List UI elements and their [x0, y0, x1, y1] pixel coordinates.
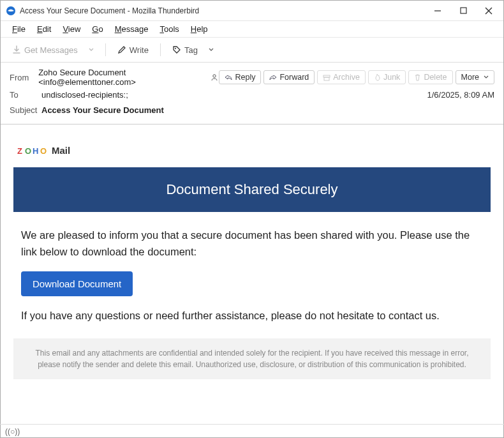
download-icon	[12, 45, 21, 54]
archive-icon	[323, 74, 330, 81]
junk-button[interactable]: Junk	[368, 70, 406, 84]
from-value[interactable]: Zoho Secure Document <info@elementtoner.…	[38, 68, 207, 87]
forward-icon	[269, 74, 277, 81]
subject-value: Access Your Secure Document	[41, 105, 164, 115]
menu-bar: File Edit View Go Message Tools Help	[1, 21, 503, 38]
menu-help[interactable]: Help	[186, 23, 213, 35]
email-paragraph-1: We are pleased to inform you that a secu…	[21, 227, 483, 260]
menu-message[interactable]: Message	[110, 23, 154, 35]
tag-dropdown[interactable]	[203, 45, 219, 55]
menu-go[interactable]: Go	[87, 23, 108, 35]
message-body: ZOHO Mail Document Shared Securely We ar…	[1, 125, 503, 395]
reply-button[interactable]: Reply	[219, 70, 261, 84]
menu-file[interactable]: File	[7, 23, 31, 35]
add-contact-icon[interactable]	[210, 73, 219, 82]
write-button[interactable]: Write	[112, 43, 154, 57]
status-bar: ((○))	[0, 424, 504, 438]
tag-icon	[172, 45, 181, 54]
trash-icon	[414, 73, 421, 81]
get-messages-button[interactable]: Get Messages	[7, 43, 83, 57]
zoho-logo: ZOHO Mail	[17, 145, 491, 156]
main-toolbar: Get Messages Write Tag	[1, 38, 503, 62]
email-banner: Document Shared Securely	[13, 167, 491, 212]
maximize-button[interactable]	[456, 4, 470, 18]
activity-indicator-icon: ((○))	[5, 427, 20, 436]
message-actions: Reply Forward Archive Junk Delete More	[219, 70, 494, 84]
get-messages-label: Get Messages	[24, 45, 78, 55]
email-disclaimer: This email and any attachments are confi…	[13, 338, 491, 379]
menu-tools[interactable]: Tools	[154, 23, 184, 35]
message-header: From Zoho Secure Document <info@elementt…	[1, 64, 503, 125]
tag-label: Tag	[184, 45, 198, 55]
delete-button[interactable]: Delete	[408, 70, 452, 84]
svg-point-6	[213, 75, 216, 77]
forward-button[interactable]: Forward	[263, 70, 315, 84]
pencil-icon	[117, 45, 126, 54]
archive-button[interactable]: Archive	[317, 70, 366, 84]
thunderbird-icon	[6, 6, 16, 16]
get-messages-dropdown[interactable]	[83, 45, 99, 55]
from-label: From	[10, 73, 38, 82]
zoho-mail-label: Mail	[52, 145, 70, 156]
tag-button[interactable]: Tag	[167, 43, 203, 57]
zoho-icon: ZOHO	[17, 145, 48, 156]
menu-view[interactable]: View	[57, 23, 85, 35]
window-title: Access Your Secure Document - Mozilla Th…	[20, 6, 431, 15]
message-date: 1/6/2025, 8:09 AM	[427, 90, 494, 100]
svg-rect-8	[324, 77, 329, 80]
subject-label: Subject	[10, 105, 41, 115]
to-label: To	[10, 90, 41, 100]
toolbar-separator	[105, 43, 106, 56]
svg-rect-2	[461, 8, 466, 13]
more-button[interactable]: More	[456, 70, 494, 84]
to-value[interactable]: undisclosed-recipients:;	[41, 90, 128, 100]
minimize-button[interactable]	[431, 4, 445, 18]
reply-icon	[225, 74, 232, 81]
write-label: Write	[130, 45, 149, 55]
svg-point-5	[175, 48, 176, 49]
email-paragraph-2: If you have any questions or need furthe…	[21, 308, 483, 324]
flame-icon	[374, 73, 381, 81]
close-button[interactable]	[482, 4, 496, 18]
window-titlebar: Access Your Secure Document - Mozilla Th…	[1, 1, 503, 21]
toolbar-separator	[160, 43, 161, 56]
download-document-button[interactable]: Download Document	[21, 271, 133, 296]
menu-edit[interactable]: Edit	[32, 23, 56, 35]
